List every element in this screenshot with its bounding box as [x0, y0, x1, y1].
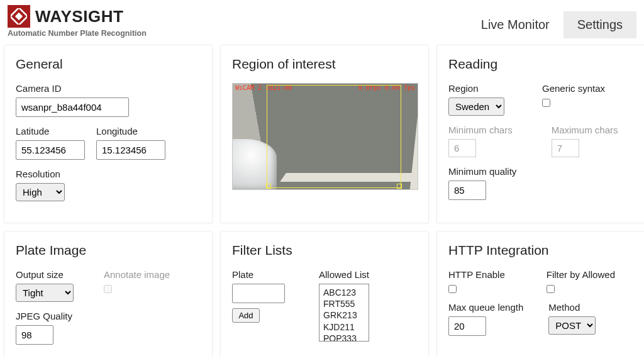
camera-id-label: Camera ID [16, 83, 201, 94]
min-quality-label: Minimum quality [448, 166, 633, 177]
max-chars-value: 7 [552, 139, 579, 157]
longitude-label: Longitude [96, 126, 165, 136]
queue-label: Max queue length [448, 302, 523, 313]
region-label: Region [448, 83, 504, 94]
card-roi: Region of interest WsCAM 2 2021-08 0.0fp… [220, 45, 429, 223]
http-enable-checkbox[interactable] [448, 285, 457, 293]
max-chars-label: Maximum chars [552, 125, 618, 135]
roi-handle-bl[interactable] [266, 184, 271, 189]
output-size-label: Output size [16, 269, 74, 280]
card-title-reading: Reading [448, 57, 633, 72]
card-title-http: HTTP Integration [448, 243, 633, 258]
card-plate-image: Plate Image Output size Tight Annotate i… [4, 231, 213, 356]
brand-subtitle: Automatic Number Plate Recognition [8, 29, 147, 38]
tab-settings[interactable]: Settings [564, 11, 636, 38]
filter-allowed-checkbox[interactable] [547, 285, 555, 293]
allowed-list-label: Allowed List [319, 269, 369, 280]
method-label: Method [548, 302, 596, 313]
filter-allowed-label: Filter by Allowed [547, 269, 615, 280]
generic-syntax-checkbox[interactable] [542, 99, 550, 107]
jpeg-quality-label: JPEG Quality [16, 311, 201, 321]
min-quality-input[interactable] [448, 181, 486, 200]
output-size-select[interactable]: Tight [16, 284, 74, 302]
min-chars-label: Minimum chars [448, 125, 513, 135]
jpeg-quality-input[interactable] [16, 325, 53, 345]
roi-selection-rect[interactable] [267, 85, 401, 188]
list-item[interactable]: POP333 [323, 333, 365, 342]
allowed-listbox[interactable]: ABC123 FRT555 GRK213 KJD211 POP333 [319, 284, 369, 342]
card-title-general: General [16, 57, 201, 72]
nav-tabs: Live Monitor Settings [467, 11, 636, 38]
camera-id-input[interactable] [16, 97, 129, 117]
plate-label: Plate [232, 269, 285, 280]
http-enable-label: HTTP Enable [448, 269, 505, 280]
latitude-input[interactable] [16, 140, 85, 160]
list-item[interactable]: FRT555 [323, 298, 365, 309]
resolution-select[interactable]: High [16, 183, 65, 201]
resolution-label: Resolution [16, 169, 201, 179]
generic-syntax-label: Generic syntax [542, 83, 605, 94]
region-select[interactable]: Sweden [448, 97, 504, 116]
card-filter-lists: Filter Lists Plate Add Allowed List ABC1… [220, 231, 429, 356]
card-title-filter: Filter Lists [232, 243, 417, 258]
annotate-checkbox [104, 285, 112, 293]
min-chars-value: 6 [448, 139, 476, 157]
queue-input[interactable] [448, 316, 486, 336]
card-reading: Reading Region Sweden Generic syntax Min… [436, 45, 644, 223]
app-header: WAYSIGHT Automatic Number Plate Recognit… [0, 0, 644, 41]
card-general: General Camera ID Latitude Longitude Res… [4, 45, 213, 223]
tab-live-monitor[interactable]: Live Monitor [467, 11, 564, 38]
brand-name: WAYSIGHT [35, 7, 123, 26]
add-button[interactable]: Add [232, 308, 260, 323]
roi-handle-br[interactable] [397, 184, 402, 189]
waysight-logo-icon [8, 5, 30, 28]
roi-preview[interactable]: WsCAM 2 2021-08 0.0fps 0.00 fps [232, 83, 418, 190]
card-title-roi: Region of interest [232, 57, 417, 72]
card-http: HTTP Integration HTTP Enable Filter by A… [436, 231, 644, 356]
method-select[interactable]: POST [548, 316, 596, 335]
list-item[interactable]: GRK213 [323, 309, 365, 321]
longitude-input[interactable] [96, 140, 165, 160]
brand: WAYSIGHT Automatic Number Plate Recognit… [8, 5, 147, 38]
list-item[interactable]: KJD211 [323, 321, 365, 333]
latitude-label: Latitude [16, 126, 85, 136]
svg-rect-1 [15, 13, 23, 20]
card-title-plate-image: Plate Image [16, 243, 201, 258]
annotate-label: Annotate image [104, 269, 170, 280]
plate-input[interactable] [232, 284, 285, 303]
list-item[interactable]: ABC123 [323, 287, 365, 298]
